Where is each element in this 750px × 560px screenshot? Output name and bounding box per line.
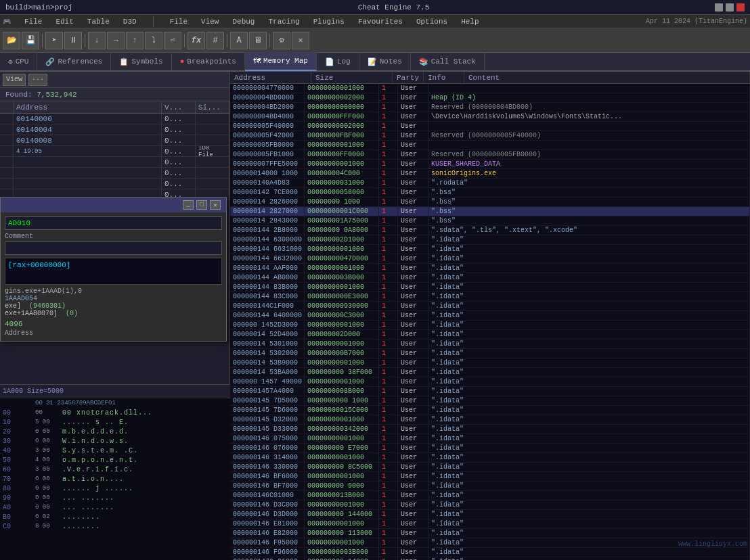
memory-row[interactable]: 000000140A4D83 00000000031000 1 User ".r… [230, 179, 750, 188]
tab-notes[interactable]: 📝 Notes [359, 52, 411, 71]
tab-references[interactable]: 🔗 References [37, 52, 111, 71]
hex-data-row[interactable]: A0 0 00 ... ....... [0, 503, 230, 512]
more-button[interactable]: ··· [28, 74, 47, 86]
memory-row[interactable]: 000000005FB1000 00000000FF0000 1 User Re… [230, 150, 750, 160]
hex-data-row[interactable]: 90 0 00 ... ....... [0, 493, 230, 503]
memory-row[interactable]: 00000014 5302000 000000000B7000 1 User "… [230, 349, 750, 358]
run-cursor-button[interactable]: ⤵ [145, 32, 162, 49]
table-row[interactable]: 4 19:05 0... ID0 File [0, 146, 229, 157]
memory-row[interactable]: 000000142 7CE000 00000000058000 1 User "… [230, 188, 750, 197]
memory-row[interactable]: 00000014 52D4000 000000002D000 1 User ".… [230, 330, 750, 340]
memory-row[interactable]: 00000014 2843000 000000001A75000 1 User … [230, 216, 750, 226]
close-x-button[interactable]: ✕ [292, 32, 309, 49]
menu-view[interactable]: View [198, 18, 221, 26]
dialog-minimize-button[interactable]: _ [183, 200, 194, 210]
memory-row[interactable]: 000000145 7D5000 0000000000 1000 1 User … [230, 396, 750, 406]
menu-options[interactable]: Options [414, 18, 450, 26]
memory-row[interactable]: 000000005F40000 00000000002000 1 User [230, 122, 750, 131]
memory-row[interactable]: 000000144 AB0000 0000000003B000 1 User "… [230, 273, 750, 283]
window-controls[interactable] [715, 3, 745, 11]
monitor-button[interactable]: 🖥 [249, 32, 267, 49]
menu-plugins[interactable]: Plugins [311, 18, 347, 26]
menu-table-ce[interactable]: Table [85, 18, 112, 26]
memory-row[interactable]: 000000146 F95000 00000000001000 1 User "… [230, 538, 750, 548]
memory-row[interactable]: 000000146 F96000 00000000003B000 1 User … [230, 548, 750, 557]
view-button[interactable]: View [3, 74, 26, 86]
table-row[interactable]: 0... [0, 179, 229, 189]
memory-row[interactable]: 000000144 6300000 000000002D1000 1 User … [230, 235, 750, 245]
hex-data-row[interactable]: B0 0 02 ........ [0, 512, 230, 521]
memory-row[interactable]: 000000004BD2000 00000000000000 1 User Re… [230, 103, 750, 112]
tab-breakpoints[interactable]: ● Breakpoints [172, 52, 245, 71]
memory-row[interactable]: 00000014 2827000 00000000001C000 1 User … [230, 207, 750, 216]
hex-data-row[interactable]: 20 0 00 m.b.e.d.d.e.d. [0, 427, 230, 436]
memory-row[interactable]: 000000145 D33000 000000000342000 1 User … [230, 425, 750, 434]
memory-row[interactable]: 000000146 D3D000 000000000 144000 1 User… [230, 510, 750, 519]
table-row[interactable]: 00140004 0... [0, 124, 229, 135]
memory-row[interactable]: 000000146 075000 00000000001000 1 User "… [230, 434, 750, 444]
memory-row[interactable]: 000000146 314000 00000000001000 1 User "… [230, 453, 750, 463]
memory-row[interactable]: 000000144 AAF000 00000000001000 1 User "… [230, 264, 750, 273]
tab-memory-map[interactable]: 🗺 Memory Map [245, 52, 317, 71]
tab-symbols[interactable]: 📋 Symbols [111, 52, 171, 71]
menu-debug[interactable]: Debug [229, 18, 257, 26]
menu-tracing[interactable]: Tracing [265, 18, 302, 26]
memory-row[interactable]: 000000145 7D6000 00000000015C000 1 User … [230, 406, 750, 415]
menu-edit-ce[interactable]: Edit [53, 18, 76, 26]
menu-help[interactable]: Help [458, 18, 481, 26]
memory-row[interactable]: 00000014 5301000 00000000001000 1 User "… [230, 340, 750, 349]
memory-row[interactable]: 000000145 D32000 00000000001000 1 User "… [230, 415, 750, 425]
menu-favourites[interactable]: Favourites [355, 18, 405, 26]
arrow-right-button[interactable]: ➤ [45, 32, 63, 49]
menu-file[interactable]: File [167, 18, 190, 26]
memory-row[interactable]: 000000005F42000 00000000FBF000 1 User Re… [230, 131, 750, 141]
table-row[interactable]: 00140000 0... [0, 114, 229, 124]
table-row[interactable]: 0... [0, 157, 229, 168]
memory-row[interactable]: 00000014 53B9000 00000000001000 1 User "… [230, 358, 750, 368]
memory-row[interactable]: 000000146 076000 000000000 E7000 1 User … [230, 444, 750, 453]
memory-row[interactable]: 0000001457A4000 0000000008B000 1 User ".… [230, 387, 750, 396]
hex-data-row[interactable]: 50 4 00 o.m.p.o.n.e.n.t. [0, 455, 230, 465]
hex-data-row[interactable]: 60 3 00 .V.e.r.i.f.i.c. [0, 465, 230, 474]
memory-row[interactable]: 000000146 BF7000 000000000 9000 1 User "… [230, 482, 750, 491]
memory-row[interactable]: 000000144 83C000 0000000000E3000 1 User … [230, 292, 750, 302]
execute-return-button[interactable]: ⏎ [164, 32, 181, 49]
memory-row[interactable]: 000000146 E81000 00000000001000 1 User "… [230, 519, 750, 529]
memory-row[interactable]: 000000144 83B000 00000000001000 1 User "… [230, 283, 750, 292]
memory-row[interactable]: 00000014000 1000 000000004C000 1 User so… [230, 169, 750, 179]
open-button[interactable]: 📂 [3, 32, 20, 49]
memory-row[interactable]: 000000004BD0000 00000000002000 1 User He… [230, 93, 750, 103]
hex-data-row[interactable]: 00 00 00 xnotcrack.dll... [0, 408, 230, 417]
dialog-close-button[interactable]: ✕ [210, 200, 221, 210]
menu-file-ce[interactable]: File [22, 18, 45, 26]
comment-input[interactable] [5, 241, 222, 255]
hex-data-row[interactable]: 10 5 00 ...... s .. E. [0, 417, 230, 427]
memory-row[interactable]: 000000144 6632000 00000000047D000 1 User… [230, 254, 750, 264]
memory-row[interactable]: 000000146 BF6000 00000000001000 1 User "… [230, 472, 750, 482]
table-row[interactable]: 0... [0, 168, 229, 179]
memory-row[interactable]: 0000001470 21000 000000000 14000 1 User … [230, 557, 750, 560]
save-button[interactable]: 💾 [22, 32, 39, 49]
memory-row[interactable]: 000000146 330000 000000000 8C5000 1 User… [230, 463, 750, 472]
tab-cpu[interactable]: ⚙ CPU [0, 52, 37, 71]
memory-row[interactable]: 000000144 6400000 000000000C3000 1 User … [230, 311, 750, 321]
memory-row[interactable]: 000000004BD4000 00000000FFF000 1 User \D… [230, 112, 750, 122]
memory-row[interactable]: 000000005FB0000 00000000001000 1 User [230, 141, 750, 150]
pause-button[interactable]: ⏸ [64, 32, 82, 49]
hex-data-row[interactable]: 30 0 00 W.i.n.d.o.w.s. [0, 436, 230, 446]
memory-row[interactable]: 000000146 D3C000 00000000001000 1 User "… [230, 500, 750, 510]
settings-button[interactable]: ⚙ [273, 32, 290, 49]
memory-row[interactable]: 000000144 6631000 00000000001000 1 User … [230, 245, 750, 254]
memory-row[interactable]: 000000 1452D3000 00000000001000 1 User "… [230, 321, 750, 330]
memory-row[interactable]: 000000144 2B8000 00000000 0A8000 1 User … [230, 226, 750, 235]
menu-d3d-ce[interactable]: D3D [120, 18, 139, 26]
tab-log[interactable]: 📄 Log [317, 52, 359, 71]
hex-data-row[interactable]: C0 8 00 ........ [0, 521, 230, 531]
dialog-input[interactable] [5, 216, 222, 230]
memory-row[interactable]: 00000014 2826000 00000000 1000 1 User ".… [230, 197, 750, 207]
dialog-maximize-button[interactable]: □ [196, 200, 207, 210]
memory-row[interactable]: 000000144C1F000 000000000930000 1 User "… [230, 302, 750, 311]
memory-row[interactable]: 000000 1457 49000 00000000001000 1 User … [230, 377, 750, 387]
memory-row[interactable]: 00000014 53BA000 000000000 38F000 1 User… [230, 368, 750, 377]
memory-row[interactable]: 000000007FFE5000 00000000001000 1 User K… [230, 160, 750, 169]
